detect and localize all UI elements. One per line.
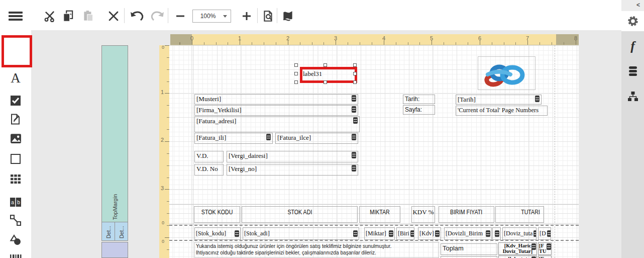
detail-stok-kodu[interactable]: [Stok_kodu]: [194, 227, 241, 240]
label-vd-no[interactable]: V.D. No: [194, 164, 224, 176]
tool-rectangle[interactable]: [0, 150, 31, 167]
field-vergi-dairesi[interactable]: [Vergi_dairesi]: [227, 151, 358, 162]
field-fatura-adresi[interactable]: [Fatura_adresi]: [194, 116, 360, 132]
h-ruler-number: 0: [190, 35, 193, 41]
header-stok-adi[interactable]: STOK ADI: [242, 206, 358, 223]
selection-handle[interactable]: [353, 80, 357, 84]
redo-button[interactable]: [150, 9, 165, 24]
field-fatura-ili[interactable]: [Fatura_ili]: [194, 133, 273, 144]
v-ruler-zero: 0: [162, 239, 164, 244]
tab-data-sources[interactable]: [621, 61, 644, 81]
hamburger-icon: [9, 11, 23, 21]
selection-handle[interactable]: [353, 63, 357, 67]
band-top-margin[interactable]: TopMargin: [101, 45, 128, 222]
selection-handle[interactable]: [324, 80, 327, 84]
label-vd[interactable]: V.D.: [194, 151, 224, 162]
h-ruler-number: 6: [478, 35, 481, 41]
selection-handle[interactable]: [294, 72, 298, 75]
footer-kdv-haric[interactable]: [Kdv_Haric Doviz_Tutar]: [498, 242, 537, 255]
selected-label-text[interactable]: label31: [303, 70, 322, 78]
undo-button[interactable]: [130, 9, 145, 24]
field-fatura-ilce[interactable]: [Fatura_ilce]: [275, 133, 358, 144]
annotation-box-text-tool: [2, 35, 32, 67]
header-miktar[interactable]: MIKTAR: [359, 206, 400, 223]
footer-toplam[interactable]: Toplam: [441, 243, 497, 255]
header-kdv[interactable]: KDV %: [411, 206, 435, 223]
field-vergi-no[interactable]: [Vergi_no]: [227, 164, 358, 176]
selection-handle[interactable]: [294, 80, 298, 84]
image-icon: [10, 132, 22, 145]
selection-handle[interactable]: [324, 63, 327, 67]
data-field-icon: [533, 230, 536, 237]
tab-report-tree[interactable]: [621, 87, 644, 107]
detail-doviz-tutari[interactable]: [Doviz_tuta: [502, 227, 536, 240]
footer-note-box[interactable]: Yukarıda istemiş olduğunuz ürünler için …: [194, 242, 439, 258]
tool-image[interactable]: [0, 130, 31, 147]
detail-miktar[interactable]: [Miktar]: [364, 227, 395, 240]
tool-table[interactable]: [0, 170, 31, 188]
delete-button[interactable]: [106, 9, 121, 24]
v-ruler-number: 3: [161, 185, 164, 191]
logo-image-frame[interactable]: [478, 56, 535, 90]
tool-text[interactable]: A: [0, 69, 31, 87]
line-icon: [10, 214, 22, 226]
tool-checkbox[interactable]: [0, 92, 31, 109]
menu-button[interactable]: [8, 9, 23, 24]
selection-handle[interactable]: [353, 72, 357, 75]
tab-functions[interactable]: f: [621, 36, 644, 56]
copy-button[interactable]: [61, 9, 76, 24]
band-detail-b[interactable]: Det...: [115, 222, 128, 241]
selection-handle[interactable]: [294, 63, 298, 67]
field-firma-yetkilisi[interactable]: [Firma_Yetkilisi]: [194, 105, 358, 116]
field-musteri[interactable]: [Musteri]: [194, 94, 358, 105]
gear-icon: [626, 15, 639, 28]
field-tarih[interactable]: [Tarih]: [456, 95, 542, 105]
tool-richtext[interactable]: [0, 111, 31, 128]
v-ruler-zero: 0: [162, 220, 164, 225]
footer-kdv1[interactable]: KDV % 1: [441, 256, 497, 258]
band-separator-dashed: [169, 225, 579, 226]
band-footer[interactable]: [101, 242, 128, 258]
company-logo-icon: [480, 59, 530, 88]
text-in-cells-icon: ab: [10, 197, 22, 207]
detail-kdv[interactable]: [Kdv]: [418, 227, 441, 240]
header-stok-kodu[interactable]: STOK KODU: [194, 206, 240, 223]
footer-f-cell[interactable]: [F TU: [538, 242, 552, 255]
horizontal-ruler: 0 1 2 3 4 5 6 7 8: [170, 34, 579, 45]
detail-extra[interactable]: [492, 227, 501, 240]
detail-doviz-clip[interactable]: [D: [538, 227, 551, 240]
zoom-out-button[interactable]: [173, 9, 188, 24]
detail-dovizli-birim[interactable]: [Dovizli_Birim: [444, 227, 492, 240]
table-grid-icon: [10, 173, 22, 185]
preview-button[interactable]: [261, 9, 276, 24]
cut-button[interactable]: [42, 9, 57, 24]
zoom-select[interactable]: 100%: [192, 10, 231, 23]
tool-barcode[interactable]: [0, 250, 31, 258]
toolbar-separator: [277, 8, 277, 23]
footer-kdv-tut[interactable]: [kdv_tut: [498, 255, 537, 258]
collapse-panel-arrow[interactable]: <: [636, 2, 640, 9]
page-setup-button[interactable]: [280, 9, 295, 24]
label-sayfa[interactable]: Sayfa:: [403, 105, 435, 115]
data-field-icon: [547, 243, 551, 250]
h-ruler-number: 5: [430, 35, 433, 41]
zoom-in-button[interactable]: [239, 9, 254, 24]
tool-line[interactable]: [0, 212, 31, 229]
detail-birim[interactable]: [Biri: [396, 227, 414, 240]
detail-stok-adi[interactable]: [Stok_adi]: [243, 227, 359, 240]
vertical-ruler: 0 1 2 3 0 0: [159, 45, 169, 258]
label-tarih[interactable]: Tarih:: [403, 95, 435, 104]
band-detail-a[interactable]: Det...: [101, 222, 115, 241]
tool-shape[interactable]: [0, 231, 31, 248]
header-birim-fiyati[interactable]: BIRIM FIYATI: [439, 206, 494, 223]
data-field-icon: [486, 230, 490, 237]
band-boundary-line: [169, 204, 579, 205]
paste-button[interactable]: [81, 9, 96, 24]
footer-f-cell-2[interactable]: [F: [538, 255, 552, 258]
field-page-numbers[interactable]: 'Current of Total' Page Numbers: [456, 106, 548, 116]
tool-text-in-cells[interactable]: ab: [0, 194, 31, 211]
tab-properties[interactable]: [621, 11, 644, 31]
header-tutari[interactable]: TUTARI: [495, 206, 544, 223]
h-ruler-number: 4: [382, 35, 385, 41]
data-field-icon: [235, 230, 239, 237]
